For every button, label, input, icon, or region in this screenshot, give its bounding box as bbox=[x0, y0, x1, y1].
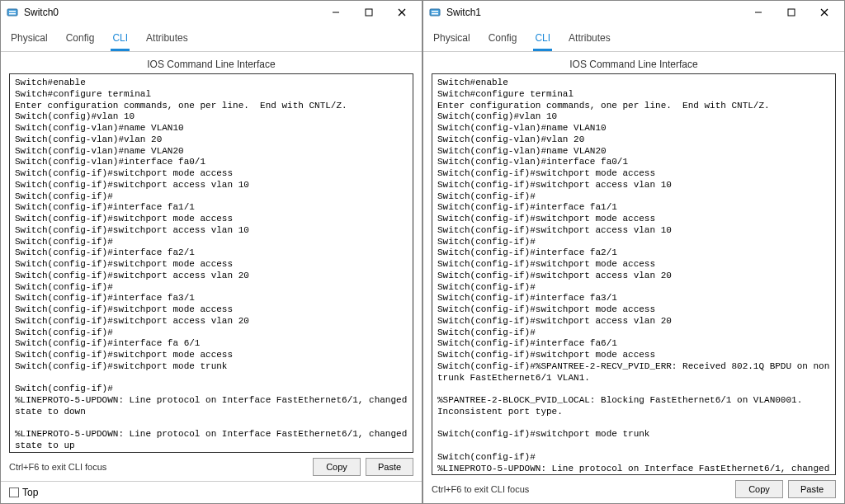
titlebar[interactable]: Switch0 bbox=[1, 1, 422, 24]
titlebar[interactable]: Switch1 bbox=[423, 1, 844, 24]
tab-cli[interactable]: CLI bbox=[111, 29, 130, 51]
cli-footer: Ctrl+F6 to exit CLI focus Copy Paste bbox=[432, 475, 836, 498]
svg-rect-2 bbox=[9, 13, 16, 15]
maximize-button[interactable] bbox=[352, 2, 385, 22]
app-icon bbox=[6, 6, 19, 19]
cli-footer: Ctrl+F6 to exit CLI focus Copy Paste bbox=[9, 453, 413, 476]
svg-rect-9 bbox=[432, 13, 438, 15]
svg-rect-11 bbox=[788, 9, 795, 16]
bottombar: Top bbox=[1, 481, 422, 503]
copy-button[interactable]: Copy bbox=[735, 480, 783, 498]
svg-rect-7 bbox=[430, 9, 440, 16]
tab-bar: Physical Config CLI Attributes bbox=[423, 24, 844, 52]
window-title: Switch1 bbox=[446, 7, 742, 18]
maximize-button[interactable] bbox=[775, 2, 808, 22]
minimize-button[interactable] bbox=[742, 2, 775, 22]
svg-rect-0 bbox=[7, 9, 17, 16]
tab-bar: Physical Config CLI Attributes bbox=[1, 24, 422, 52]
cli-terminal[interactable]: Switch#enable Switch#configure terminal … bbox=[432, 73, 836, 475]
tab-attributes[interactable]: Attributes bbox=[567, 29, 612, 51]
top-label: Top bbox=[22, 487, 38, 498]
tab-cli[interactable]: CLI bbox=[533, 29, 552, 51]
close-button[interactable] bbox=[808, 2, 841, 22]
svg-rect-4 bbox=[366, 9, 372, 16]
svg-rect-1 bbox=[9, 11, 16, 12]
app-icon bbox=[428, 6, 441, 19]
exit-hint: Ctrl+F6 to exit CLI focus bbox=[432, 484, 730, 494]
cli-terminal[interactable]: Switch#enable Switch#configure terminal … bbox=[9, 73, 413, 453]
tab-physical[interactable]: Physical bbox=[9, 29, 50, 51]
tab-attributes[interactable]: Attributes bbox=[144, 29, 190, 51]
tab-config[interactable]: Config bbox=[487, 29, 519, 51]
svg-rect-8 bbox=[432, 11, 438, 12]
window-title: Switch0 bbox=[24, 7, 319, 18]
paste-button[interactable]: Paste bbox=[366, 458, 413, 476]
top-checkbox[interactable] bbox=[9, 488, 19, 497]
cli-panel: IOS Command Line Interface Switch#enable… bbox=[423, 52, 844, 503]
exit-hint: Ctrl+F6 to exit CLI focus bbox=[9, 462, 308, 472]
tab-config[interactable]: Config bbox=[64, 29, 97, 51]
close-button[interactable] bbox=[385, 2, 418, 22]
panel-subtitle: IOS Command Line Interface bbox=[9, 59, 413, 70]
window-switch0: Switch0 Physical Config CLI Attributes I… bbox=[0, 0, 422, 504]
copy-button[interactable]: Copy bbox=[313, 458, 361, 476]
tab-physical[interactable]: Physical bbox=[432, 29, 472, 51]
panel-subtitle: IOS Command Line Interface bbox=[432, 59, 836, 70]
paste-button[interactable]: Paste bbox=[788, 480, 836, 498]
window-switch1: Switch1 Physical Config CLI Attributes I… bbox=[422, 0, 845, 504]
minimize-button[interactable] bbox=[319, 2, 352, 22]
cli-panel: IOS Command Line Interface Switch#enable… bbox=[1, 52, 422, 481]
